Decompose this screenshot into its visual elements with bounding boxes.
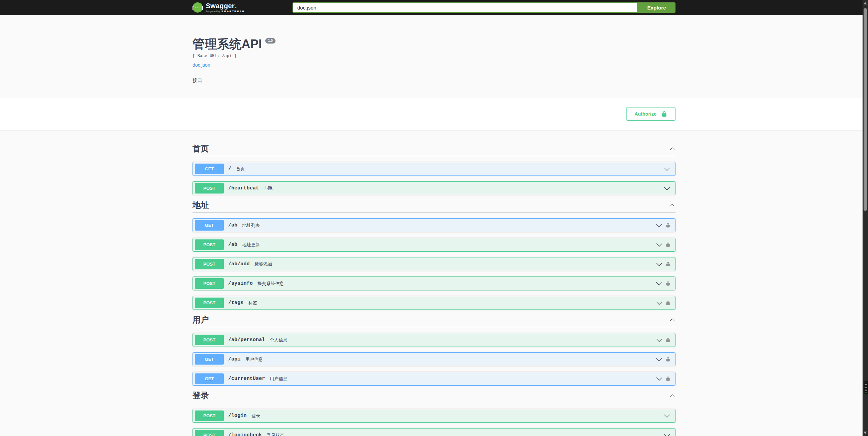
op-summary: 提交系统信息	[257, 281, 284, 287]
unlock-icon	[666, 356, 670, 362]
operation-auth-button[interactable]	[666, 337, 670, 343]
method-badge: POST	[195, 183, 224, 194]
method-badge: POST	[195, 410, 224, 421]
op-path: /ab	[228, 242, 237, 248]
chevron-down-icon	[656, 356, 663, 363]
chevron-down-icon	[656, 241, 663, 248]
operation-row[interactable]: POST /tags 标签	[193, 296, 675, 310]
section-header[interactable]: 登录	[193, 391, 675, 403]
operation-auth-button[interactable]	[666, 300, 670, 306]
operation-auth-button[interactable]	[666, 261, 670, 267]
expand-operation-button[interactable]	[656, 300, 663, 306]
chevron-down-icon	[656, 337, 663, 343]
unlock-icon	[666, 261, 670, 267]
tag-section: 登录 POST /login 登录 POST /logincheck 登录状态	[193, 391, 675, 436]
operation-row[interactable]: POST /sysinfo 提交系统信息	[193, 276, 675, 290]
section-header[interactable]: 首页	[193, 144, 675, 156]
expand-operation-button[interactable]	[664, 166, 670, 172]
op-path: /sysinfo	[228, 281, 253, 286]
scroll-up-arrow-icon[interactable]	[864, 2, 867, 4]
op-path: /ab/personal	[228, 337, 265, 343]
op-summary: 首页	[236, 166, 245, 172]
expand-operation-button[interactable]	[656, 241, 663, 248]
chevron-up-icon	[670, 203, 675, 208]
expand-operation-button[interactable]	[656, 261, 663, 268]
section-header[interactable]: 地址	[193, 201, 675, 213]
operation-row[interactable]: POST /ab/add 标签添加	[193, 257, 675, 271]
expand-operation-button[interactable]	[656, 356, 663, 363]
expand-operation-button[interactable]	[656, 280, 663, 287]
chevron-up-icon	[670, 146, 675, 151]
op-summary: 地址更新	[242, 242, 260, 248]
operation-row[interactable]: GET /ab 地址列表	[193, 218, 675, 232]
swagger-logo-icon: {···}	[193, 2, 203, 13]
method-badge: POST	[195, 278, 224, 289]
op-summary: 标签添加	[254, 261, 272, 267]
op-summary: 心跳	[264, 185, 272, 191]
op-path: /ab	[228, 222, 237, 228]
operation-row[interactable]: GET / 首页	[193, 162, 675, 176]
section-title: 登录	[193, 391, 209, 400]
browser-scrollbar[interactable]	[863, 0, 868, 436]
section-operations: GET /ab 地址列表 POST /ab 地址更新	[193, 218, 675, 310]
method-badge: GET	[195, 373, 224, 384]
scroll-down-arrow-icon[interactable]	[864, 432, 867, 434]
chevron-down-icon	[656, 375, 663, 382]
operation-auth-button[interactable]	[666, 222, 670, 228]
scheme-container: Authorize	[0, 98, 868, 130]
operation-row[interactable]: GET /currentUser 用户信息	[193, 372, 675, 386]
operation-row[interactable]: POST /ab/personal 个人信息	[193, 333, 675, 347]
topbar: {···} Swagger Supported bySMARTBEAR Expl…	[0, 0, 868, 15]
operation-row[interactable]: POST /ab 地址更新	[193, 238, 675, 252]
doc-json-link[interactable]: doc.json	[193, 62, 210, 68]
swagger-logo[interactable]: {···} Swagger Supported bySMARTBEAR	[193, 2, 245, 13]
method-badge: GET	[195, 220, 224, 231]
section-header[interactable]: 用户	[193, 315, 675, 327]
chevron-down-icon	[656, 261, 663, 268]
expand-operation-button[interactable]	[664, 185, 670, 192]
operation-auth-button[interactable]	[666, 242, 670, 248]
method-badge: GET	[195, 164, 224, 174]
scrollbar-marker-widget	[864, 381, 868, 394]
section-operations: GET / 首页 POST /heartbeat 心跳	[193, 162, 675, 195]
expand-operation-button[interactable]	[656, 337, 663, 343]
chevron-down-icon	[664, 432, 670, 436]
method-badge: POST	[195, 298, 224, 308]
collapse-section-button[interactable]	[669, 392, 675, 399]
collapse-section-button[interactable]	[669, 202, 675, 208]
chevron-up-icon	[670, 393, 675, 398]
unlock-icon	[666, 376, 670, 382]
op-summary: 个人信息	[270, 337, 287, 343]
operation-row[interactable]: POST /login 登录	[193, 409, 675, 423]
version-badge: 1.0	[265, 38, 276, 44]
operation-auth-button[interactable]	[666, 356, 670, 362]
method-badge: POST	[195, 259, 224, 269]
op-path: /logincheck	[228, 432, 262, 436]
explore-button[interactable]: Explore	[638, 2, 675, 13]
explore-form: Explore	[293, 2, 675, 13]
chevron-down-icon	[664, 185, 670, 192]
method-badge: POST	[195, 239, 224, 250]
operation-auth-button[interactable]	[666, 281, 670, 286]
op-summary: 标签	[248, 300, 257, 306]
expand-operation-button[interactable]	[664, 432, 670, 436]
search-input[interactable]	[293, 2, 638, 13]
unlock-icon	[661, 111, 667, 117]
expand-operation-button[interactable]	[656, 375, 663, 382]
method-badge: POST	[195, 430, 224, 436]
logo-subtitle: Supported bySMARTBEAR	[206, 10, 245, 13]
operation-row[interactable]: POST /logincheck 登录状态	[193, 428, 675, 436]
operation-row[interactable]: GET /api 用户信息	[193, 352, 675, 366]
unlock-icon	[666, 242, 670, 248]
collapse-section-button[interactable]	[669, 317, 675, 323]
expand-operation-button[interactable]	[656, 222, 663, 229]
expand-operation-button[interactable]	[664, 413, 670, 419]
operation-row[interactable]: POST /heartbeat 心跳	[193, 181, 675, 195]
collapse-section-button[interactable]	[669, 146, 675, 152]
tag-section: 用户 POST /ab/personal 个人信息	[193, 315, 675, 386]
authorize-button[interactable]: Authorize	[626, 107, 675, 121]
scrollbar-thumb[interactable]	[864, 8, 867, 211]
section-operations: POST /login 登录 POST /logincheck 登录状态	[193, 409, 675, 436]
section-title: 首页	[193, 144, 209, 153]
operation-auth-button[interactable]	[666, 376, 670, 382]
